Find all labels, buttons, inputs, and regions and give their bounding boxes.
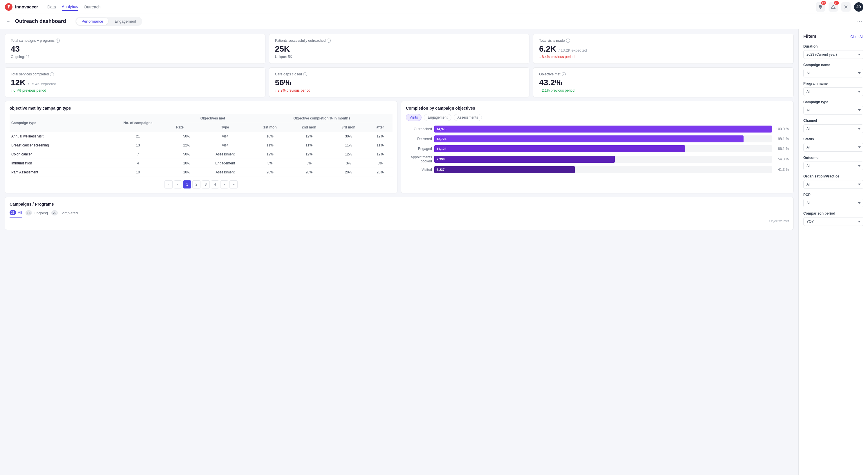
stat-label-visits: Total visits made i xyxy=(539,38,788,43)
alert-icon: ! xyxy=(831,5,836,9)
stat-sub-campaigns: Ongoing: 11 xyxy=(11,55,259,59)
nav-data[interactable]: Data xyxy=(47,3,56,10)
tab-engagement[interactable]: Engagement xyxy=(110,18,141,25)
comp-tab-assessments[interactable]: Assessments xyxy=(454,114,482,121)
camp-tab-ongoing[interactable]: 15 Ongoing xyxy=(26,210,48,218)
filter-select-4[interactable]: All xyxy=(803,124,863,133)
camp-count-all: 36 xyxy=(9,210,16,215)
cell-m2: 12% xyxy=(289,132,329,141)
filter-select-5[interactable]: All xyxy=(803,143,863,152)
objective-table-card: objective met by campaign type Campaign … xyxy=(5,101,398,193)
cell-m2: 20% xyxy=(289,168,329,177)
more-options-button[interactable]: ⋯ xyxy=(857,18,862,25)
nav-outreach[interactable]: Outreach xyxy=(84,3,101,10)
filter-select-9[interactable]: YOY xyxy=(803,217,863,226)
chart-row: Visited 6,237 41.3 % xyxy=(406,166,789,173)
chart-bar-value: 13,724 xyxy=(437,137,446,140)
chart-bar-value: 14,978 xyxy=(437,127,446,131)
filter-select-6[interactable]: All xyxy=(803,161,863,170)
table-row: Colon cancer 7 50% Assessment 12% 12% 12… xyxy=(9,150,393,159)
cell-m1: 12% xyxy=(251,150,289,159)
chart-bar-value: 11,124 xyxy=(437,147,446,151)
cell-m1: 10% xyxy=(251,132,289,141)
cell-campaign: Colon cancer xyxy=(9,150,101,159)
cell-campaigns-count: 13 xyxy=(101,141,174,150)
info-icon-services: i xyxy=(50,72,54,76)
col-mon3: 3rd mon xyxy=(329,123,368,132)
cell-m2: 3% xyxy=(289,159,329,168)
logo-icon xyxy=(5,3,13,11)
notifications-alert-button[interactable]: ! 9+ xyxy=(829,2,838,11)
filter-label: Comparison period xyxy=(803,212,863,216)
stat-label-objective-met: Objective met i xyxy=(539,72,788,76)
settings-button[interactable] xyxy=(841,2,850,11)
page-3[interactable]: 3 xyxy=(202,180,210,189)
comp-tab-engagement[interactable]: Engagement xyxy=(424,114,451,121)
cell-type: Visit xyxy=(199,141,251,150)
stat-value-services: 12K / 15.4K expected xyxy=(11,78,259,87)
chart-bar-wrap: 14,978 xyxy=(434,126,772,132)
page-prev[interactable]: ‹ xyxy=(174,180,182,189)
filter-select-8[interactable]: All xyxy=(803,199,863,207)
col-rate: Rate xyxy=(174,123,199,132)
stat-card-total-campaigns: Total campaigns + programs i 43 Ongoing:… xyxy=(5,34,266,64)
tab-performance[interactable]: Performance xyxy=(76,18,108,25)
filter-section-comparison-period: Comparison period YOY xyxy=(803,212,863,226)
clear-all-button[interactable]: Clear All xyxy=(850,35,863,39)
cell-after: 20% xyxy=(368,168,393,177)
chart-bar-wrap: 13,724 xyxy=(434,135,772,142)
bell-badge-1: 9+ xyxy=(821,1,826,5)
stat-value-outreached: 25K xyxy=(275,44,524,54)
campaigns-title: Campaigns / Programs xyxy=(9,202,789,207)
filter-section-duration: Duration 2023 (Current year)20222021 xyxy=(803,44,863,59)
page-4[interactable]: 4 xyxy=(211,180,219,189)
cell-campaigns-count: 7 xyxy=(101,150,174,159)
cell-m3: 12% xyxy=(329,150,368,159)
cell-rate: 50% xyxy=(174,150,199,159)
cell-campaigns-count: 4 xyxy=(101,159,174,168)
chart-bar: 13,724 xyxy=(434,135,744,142)
chart-pct: 86.1 % xyxy=(774,147,789,151)
stat-value-visits: 6.2K / 10.2K expected xyxy=(539,44,788,54)
back-button[interactable]: ← xyxy=(6,19,10,24)
table-row: Immunisation 4 10% Engagement 3% 3% 3% 3… xyxy=(9,159,393,168)
filter-label: PCP xyxy=(803,193,863,197)
chart-label: Visited xyxy=(406,168,432,172)
filter-select-2[interactable]: All xyxy=(803,87,863,96)
comp-tab-visits[interactable]: Visits xyxy=(406,114,422,121)
objective-met-label: Objective met xyxy=(9,219,789,225)
table-row: Annual wellness visit 21 50% Visit 10% 1… xyxy=(9,132,393,141)
filter-select-1[interactable]: All xyxy=(803,69,863,77)
stat-cards-row-2: Total services completed i 12K / 15.4K e… xyxy=(5,67,794,97)
completion-bars: Outreached 14,978 100.0 % Delivered 13,7… xyxy=(406,126,789,173)
stat-value-care-gaps: 56% xyxy=(275,78,524,87)
page-1[interactable]: 1 xyxy=(183,180,191,189)
filter-select-0[interactable]: 2023 (Current year)20222021 xyxy=(803,50,863,59)
chart-label: Delivered xyxy=(406,137,432,141)
table-pagination: « ‹ 1 2 3 4 › » xyxy=(9,180,393,189)
cell-campaigns-count: 10 xyxy=(101,168,174,177)
page-2[interactable]: 2 xyxy=(192,180,200,189)
filter-select-7[interactable]: All xyxy=(803,180,863,189)
stat-label-care-gaps: Care gaps closed i xyxy=(275,72,524,76)
page-last[interactable]: » xyxy=(229,180,238,189)
camp-tab-completed[interactable]: 20 Completed xyxy=(51,210,78,218)
page-next[interactable]: › xyxy=(220,180,228,189)
camp-tab-all[interactable]: 36 All xyxy=(9,210,22,218)
logo-text: innovaccer xyxy=(15,4,38,9)
chart-row: Outreached 14,978 100.0 % xyxy=(406,126,789,132)
filter-select-3[interactable]: All xyxy=(803,106,863,115)
nav-analytics[interactable]: Analytics xyxy=(62,3,78,11)
chart-bar-wrap: 6,237 xyxy=(434,166,772,173)
filter-label: Outcome xyxy=(803,156,863,160)
chart-bar-wrap: 11,124 xyxy=(434,145,772,152)
chart-bar: 7,998 xyxy=(434,156,615,163)
chart-bar: 11,124 xyxy=(434,145,685,152)
filter-label: Campaign name xyxy=(803,63,863,67)
page-first[interactable]: « xyxy=(164,180,173,189)
notifications-bell-button[interactable]: 9+ xyxy=(816,2,825,11)
info-icon-outreached: i xyxy=(327,38,331,43)
col-after: after xyxy=(368,123,393,132)
objective-table: Campaign type No. of campaigns Objective… xyxy=(9,114,393,177)
cell-campaigns-count: 21 xyxy=(101,132,174,141)
